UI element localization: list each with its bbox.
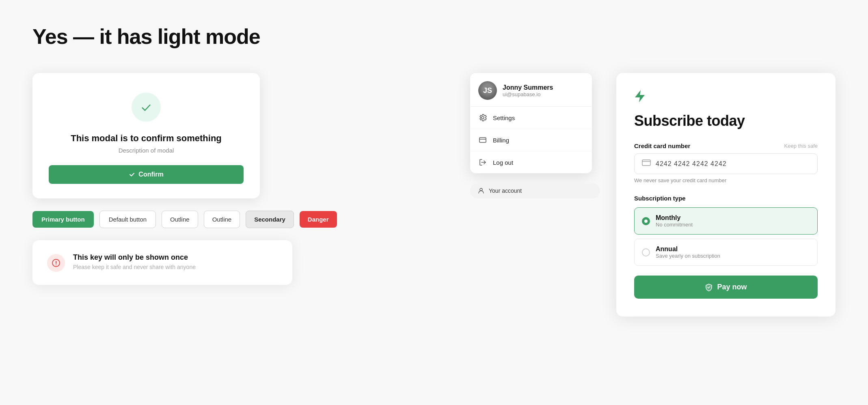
pay-label: Pay now [717, 283, 747, 291]
middle-column: JS Jonny Summers ui@supabase.io Settings [470, 73, 600, 198]
radio-monthly [642, 217, 650, 225]
alert-title: This key will only be shown once [73, 253, 196, 262]
billing-label: Billing [493, 137, 509, 144]
pay-now-button[interactable]: Pay now [634, 276, 818, 299]
bolt-icon [634, 89, 818, 106]
monthly-text: Monthly No commitment [656, 214, 693, 228]
shield-icon [705, 283, 713, 291]
secondary-button[interactable]: Secondary [246, 211, 294, 228]
confirm-button[interactable]: Confirm [49, 165, 244, 184]
alert-icon-wrap [47, 254, 65, 272]
user-info: Jonny Summers ui@supabase.io [503, 84, 553, 97]
annual-desc: Save yearly on subscription [656, 253, 720, 259]
dropdown-item-settings[interactable]: Settings [470, 107, 592, 129]
credit-hint: We never save your credit card number [634, 177, 818, 183]
account-icon [477, 187, 485, 194]
radio-monthly-inner [644, 220, 648, 223]
radio-annual [642, 248, 650, 256]
keep-safe-hint: Keep this safe [784, 143, 818, 149]
default-button[interactable]: Default button [99, 211, 156, 228]
outline-button-2[interactable]: Outline [204, 211, 240, 228]
left-column: This modal is to confirm something Descr… [32, 73, 454, 285]
subscribe-card: Subscribe today Credit card number Keep … [616, 73, 836, 317]
danger-button[interactable]: Danger [300, 211, 337, 228]
modal-title: This modal is to confirm something [71, 133, 222, 144]
monthly-desc: No commitment [656, 222, 693, 228]
credit-card-input[interactable]: 4242 4242 4242 4242 [634, 153, 818, 174]
alert-card: This key will only be shown once Please … [32, 240, 292, 285]
modal-card: This modal is to confirm something Descr… [32, 73, 260, 198]
monthly-title: Monthly [656, 214, 693, 222]
page-title: Yes — it has light mode [32, 24, 836, 49]
dropdown-card: JS Jonny Summers ui@supabase.io Settings [470, 73, 592, 173]
annual-title: Annual [656, 246, 720, 253]
card-icon [642, 159, 651, 168]
subscription-annual[interactable]: Annual Save yearly on subscription [634, 239, 818, 266]
outline-button-1[interactable]: Outline [162, 211, 198, 228]
credit-card-field-header: Credit card number Keep this safe [634, 142, 818, 149]
user-avatar: JS [478, 81, 497, 100]
billing-icon [478, 136, 487, 144]
user-email: ui@supabase.io [503, 91, 553, 97]
checkmark-icon [140, 101, 153, 114]
svg-rect-3 [479, 138, 486, 142]
user-name: Jonny Summers [503, 84, 553, 91]
logout-label: Log out [493, 159, 513, 166]
ui-area: This modal is to confirm something Descr… [32, 73, 836, 317]
alert-icon [52, 259, 60, 267]
button-row: Primary button Default button Outline Ou… [32, 211, 454, 228]
subscription-type-label: Subscription type [634, 195, 818, 202]
modal-description: Description of modal [119, 147, 174, 154]
svg-rect-7 [642, 160, 650, 166]
svg-point-2 [56, 265, 56, 265]
svg-point-6 [480, 188, 482, 191]
settings-label: Settings [493, 114, 515, 121]
your-account-button[interactable]: Your account [470, 183, 600, 198]
gear-icon [478, 113, 487, 122]
dropdown-item-logout[interactable]: Log out [470, 151, 592, 173]
dropdown-header: JS Jonny Summers ui@supabase.io [470, 73, 592, 107]
credit-card-label: Credit card number [634, 142, 690, 149]
annual-text: Annual Save yearly on subscription [656, 246, 720, 259]
alert-text: This key will only be shown once Please … [73, 253, 196, 270]
primary-button[interactable]: Primary button [32, 211, 94, 228]
subscribe-title: Subscribe today [634, 112, 818, 129]
your-account-label: Your account [489, 187, 522, 194]
dropdown-item-billing[interactable]: Billing [470, 129, 592, 151]
credit-card-value: 4242 4242 4242 4242 [656, 160, 727, 168]
confirm-check-icon [129, 171, 135, 178]
modal-icon-wrap [132, 93, 161, 122]
logout-icon [478, 158, 487, 167]
subscription-monthly[interactable]: Monthly No commitment [634, 207, 818, 235]
alert-description: Please keep it safe and never share with… [73, 264, 196, 270]
